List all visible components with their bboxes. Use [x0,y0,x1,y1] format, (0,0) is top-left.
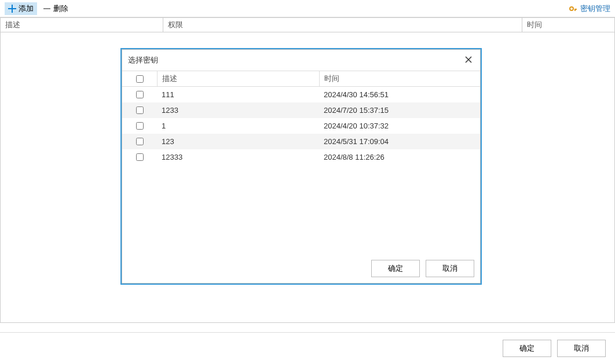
page-footer: 确定 取消 [0,332,615,364]
dialog-titlebar: 选择密钥 [122,50,480,71]
dialog-footer: 确定 取消 [122,253,480,283]
svg-rect-0 [43,8,50,9]
table-row[interactable]: 123 2024/5/31 17:09:04 [122,134,480,149]
table-row[interactable]: 1233 2024/7/20 15:37:15 [122,102,480,118]
row-desc: 1 [157,118,319,134]
table-row[interactable]: 1 2024/4/20 10:37:32 [122,118,480,134]
key-management-link[interactable]: 密钥管理 [569,3,610,14]
delete-button-label: 删除 [53,3,68,14]
toolbar-left: 添加 删除 [5,2,72,15]
row-time: 2024/4/30 14:56:51 [319,87,480,102]
table-row[interactable]: 12333 2024/8/8 11:26:26 [122,149,480,165]
delete-button[interactable]: 删除 [39,2,72,15]
row-desc: 111 [157,87,319,102]
dialog-col-header-desc[interactable]: 描述 [157,71,319,86]
row-checkbox[interactable] [136,153,144,161]
close-button[interactable] [463,54,474,66]
row-desc: 1233 [157,102,319,118]
row-checkbox[interactable] [136,91,144,98]
row-checkbox[interactable] [136,106,144,114]
col-header-time[interactable]: 时间 [522,18,614,32]
col-header-desc[interactable]: 描述 [1,18,163,32]
dialog-cancel-button[interactable]: 取消 [426,260,474,277]
close-icon [464,56,473,65]
add-button-label: 添加 [19,3,34,14]
toolbar: 添加 删除 密钥管理 [0,0,615,17]
table-row[interactable]: 111 2024/4/30 14:56:51 [122,87,480,102]
key-management-label: 密钥管理 [580,3,610,14]
row-time: 2024/7/20 15:37:15 [319,102,480,118]
toolbar-right: 密钥管理 [569,3,610,14]
select-all-checkbox[interactable] [136,75,144,83]
plus-icon [8,5,16,13]
dialog-ok-button[interactable]: 确定 [371,260,420,277]
dialog-col-header-time[interactable]: 时间 [319,71,480,86]
select-key-dialog: 选择密钥 描述 时间 111 2024/4/30 14:56:51 123 [122,49,481,284]
row-time: 2024/8/8 11:26:26 [319,149,480,165]
col-header-perm[interactable]: 权限 [163,18,522,32]
minus-icon [43,5,51,13]
add-button[interactable]: 添加 [5,2,37,15]
row-checkbox[interactable] [136,122,144,130]
page-ok-button[interactable]: 确定 [503,340,551,357]
dialog-col-header-check[interactable] [122,71,157,86]
row-time: 2024/5/31 17:09:04 [319,134,480,149]
main-grid-header: 描述 权限 时间 [0,17,615,32]
row-desc: 12333 [157,149,319,165]
dialog-rows: 111 2024/4/30 14:56:51 1233 2024/7/20 15… [122,87,480,253]
dialog-title-text: 选择密钥 [128,55,158,65]
dialog-grid-header: 描述 时间 [122,71,480,87]
page-cancel-button[interactable]: 取消 [557,340,606,357]
svg-point-1 [570,7,573,10]
key-icon [569,4,578,13]
row-checkbox[interactable] [136,138,144,145]
row-desc: 123 [157,134,319,149]
row-time: 2024/4/20 10:37:32 [319,118,480,134]
